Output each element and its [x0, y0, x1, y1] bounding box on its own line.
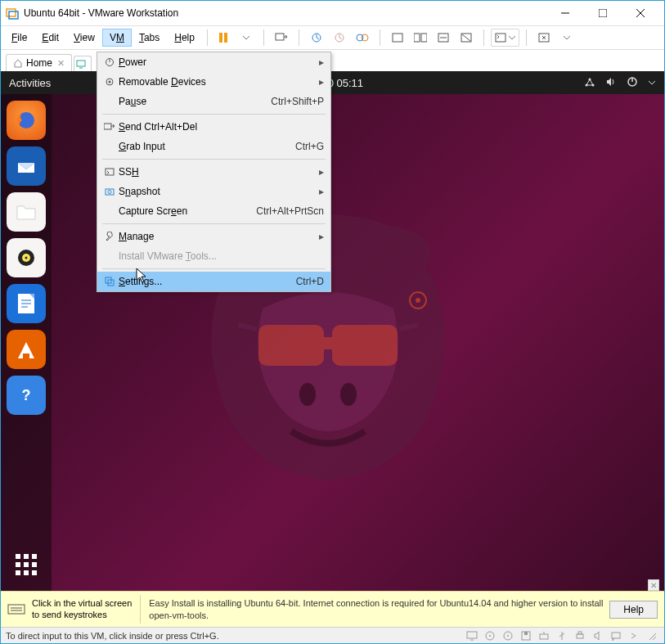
sound-icon[interactable]: [591, 629, 605, 642]
separator: [483, 29, 484, 46]
gear-icon: [101, 77, 119, 87]
show-console-button[interactable]: [387, 28, 408, 47]
minimize-button[interactable]: [546, 1, 584, 25]
svg-rect-21: [77, 61, 85, 66]
dock-help[interactable]: ?: [7, 376, 46, 415]
snapshot-manager-button[interactable]: [352, 28, 373, 47]
menuitem-snapshot[interactable]: Snapshot ▸: [97, 182, 330, 201]
svg-rect-13: [393, 34, 402, 42]
usb-icon[interactable]: [555, 629, 569, 642]
fullscreen-dropdown[interactable]: [556, 28, 577, 47]
network-icon[interactable]: [537, 629, 551, 642]
dock-rhythmbox[interactable]: [7, 238, 46, 277]
resize-grip[interactable]: [645, 629, 659, 642]
menuitem-capture-screen[interactable]: Capture Screen Ctrl+Alt+PrtScn: [97, 201, 330, 221]
pause-button[interactable]: [213, 28, 234, 47]
stretch-button[interactable]: [433, 28, 454, 47]
disk1-icon[interactable]: [483, 629, 497, 642]
disk2-icon[interactable]: [501, 629, 515, 642]
svg-rect-19: [496, 34, 505, 42]
svg-point-66: [507, 635, 509, 637]
dock-firefox[interactable]: [7, 101, 46, 140]
menuitem-removable-label: Removable Devices: [119, 76, 316, 88]
dock-show-apps[interactable]: [7, 545, 46, 584]
svg-rect-36: [23, 354, 29, 358]
close-button[interactable]: [622, 1, 659, 25]
menuitem-pause[interactable]: Pause Ctrl+Shift+P: [97, 92, 330, 111]
floppy-icon[interactable]: [519, 629, 533, 642]
device-icons: [465, 629, 659, 642]
app-window: Ubuntu 64bit - VMware Workstation File E…: [0, 0, 665, 644]
tab-home-label: Home: [26, 57, 52, 69]
svg-text:?: ?: [22, 387, 31, 403]
info-bar-close[interactable]: ✕: [648, 579, 659, 591]
menuitem-installtools-label: Install VMware Tools...: [119, 250, 324, 262]
menu-view[interactable]: View: [66, 29, 102, 47]
menubar: File Edit View VM Tabs Help: [1, 25, 664, 50]
menu-tabs[interactable]: Tabs: [132, 29, 167, 47]
svg-point-12: [362, 34, 368, 41]
svg-rect-41: [324, 337, 334, 349]
separator: [140, 595, 141, 624]
menuitem-snapshot-label: Snapshot: [119, 186, 316, 197]
dock-libreoffice-writer[interactable]: [7, 284, 46, 323]
svg-rect-15: [421, 34, 427, 42]
menu-file[interactable]: File: [4, 29, 34, 47]
menuitem-removable-devices[interactable]: Removable Devices ▸: [97, 72, 330, 92]
help-button[interactable]: Help: [609, 601, 658, 619]
maximize-button[interactable]: [584, 1, 622, 25]
activities-button[interactable]: Activities: [9, 77, 51, 89]
menu-divider: [102, 223, 326, 224]
unity-button[interactable]: [456, 28, 477, 47]
svg-rect-1: [9, 11, 18, 19]
menuitem-settings-accel: Ctrl+D: [296, 276, 324, 287]
menuitem-manage[interactable]: Manage ▸: [97, 227, 330, 246]
printer-icon[interactable]: [573, 629, 587, 642]
wrench-icon: [101, 232, 119, 241]
keyboard-icon: [7, 602, 25, 617]
chevron-down-icon: [648, 77, 656, 89]
system-status-area[interactable]: [584, 76, 656, 90]
menuitem-capture-label: Capture Screen: [119, 205, 256, 217]
menu-edit[interactable]: Edit: [34, 29, 66, 47]
message-icon[interactable]: [609, 629, 623, 642]
multi-monitor-button[interactable]: [410, 28, 431, 47]
tab-home-close[interactable]: ✕: [57, 58, 65, 69]
fullscreen-button[interactable]: [533, 28, 555, 47]
menuitem-pause-accel: Ctrl+Shift+P: [271, 96, 324, 107]
tab-home[interactable]: Home ✕: [6, 54, 72, 71]
network-icon: [584, 76, 595, 90]
menuitem-grab-label: Grab Input: [119, 141, 295, 152]
power-dropdown[interactable]: [236, 28, 257, 47]
separator: [207, 29, 208, 46]
click-hint-line2: to send keystrokes: [32, 610, 132, 620]
svg-rect-68: [524, 632, 528, 635]
quick-switch-button[interactable]: [491, 29, 519, 47]
menuitem-sendcad-label: Send Ctrl+Alt+Del: [119, 121, 324, 133]
menuitem-grab-input[interactable]: Grab Input Ctrl+G: [97, 137, 330, 156]
menuitem-settings[interactable]: Settings... Ctrl+D: [97, 272, 330, 291]
svg-rect-61: [467, 632, 477, 638]
monitor-icon[interactable]: [465, 629, 479, 642]
send-cad-button[interactable]: [271, 28, 292, 47]
svg-line-75: [653, 637, 656, 640]
svg-point-31: [25, 257, 28, 259]
dock-thunderbird[interactable]: [7, 146, 46, 186]
dock-files[interactable]: [7, 192, 46, 232]
more-icon[interactable]: [627, 629, 641, 642]
menu-help[interactable]: Help: [167, 29, 202, 47]
submenu-arrow-icon: ▸: [316, 56, 324, 68]
mouse-cursor: [136, 268, 149, 284]
submenu-arrow-icon: ▸: [316, 231, 324, 242]
menuitem-send-cad[interactable]: Send Ctrl+Alt+Del: [97, 117, 330, 137]
menuitem-power-label: Power: [119, 56, 316, 68]
menuitem-power[interactable]: Power ▸: [97, 52, 330, 72]
menu-vm[interactable]: VM: [102, 29, 132, 47]
dock-ubuntu-software[interactable]: [7, 330, 46, 369]
snapshot-take-button[interactable]: [306, 28, 327, 47]
snapshot-icon: [101, 187, 119, 196]
snapshot-revert-button[interactable]: [329, 28, 350, 47]
menuitem-ssh[interactable]: SSH ▸: [97, 162, 330, 182]
svg-point-64: [489, 635, 491, 637]
tab-vm-partial[interactable]: [74, 56, 92, 71]
